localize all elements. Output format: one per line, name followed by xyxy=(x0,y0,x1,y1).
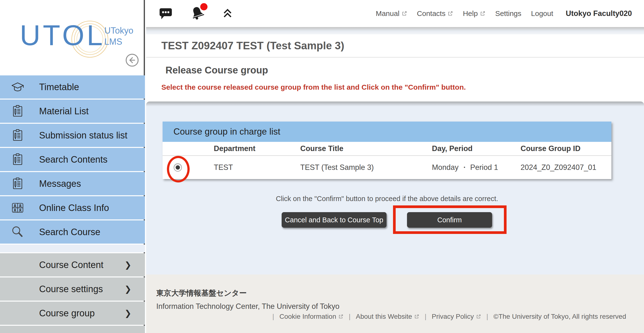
separator: | xyxy=(272,313,274,320)
nav-help[interactable]: Help xyxy=(463,10,486,18)
sidebar-item-course-group[interactable]: Course group ❯ xyxy=(0,301,145,325)
sidebar-item-label: Online Class Info xyxy=(39,203,109,213)
section-title: Release Course group xyxy=(166,65,268,76)
logged-in-user: Utokyo Faculty020 xyxy=(566,9,632,18)
separator: | xyxy=(425,313,426,320)
sidebar-item-label: Course group xyxy=(39,308,95,318)
external-link-icon xyxy=(414,314,419,319)
top-bar-icons xyxy=(158,5,233,22)
footer-copyright: ©The University of Tokyo, All rights res… xyxy=(494,313,626,320)
sidebar-section-divider xyxy=(0,244,145,252)
utol-logo-subtitle: UTokyo LMS xyxy=(104,25,133,47)
sidebar-item-course-content[interactable]: Course Content ❯ xyxy=(0,253,145,276)
footer-link-privacy-policy[interactable]: Privacy Policy xyxy=(432,313,481,320)
cell-day-period: Monday ・ Period 1 xyxy=(432,162,520,173)
external-link-icon xyxy=(480,11,486,17)
top-bar: Manual Contacts Help Settings Logout Uto… xyxy=(146,0,644,27)
sidebar-item-label: Submission status list xyxy=(39,130,127,141)
notification-bell-icon[interactable] xyxy=(189,5,206,22)
column-header: Course Group ID xyxy=(520,144,612,153)
nav-label: Manual xyxy=(376,10,399,18)
course-group-radio[interactable] xyxy=(174,163,182,172)
cancel-button[interactable]: Cancel and Back to Course Top xyxy=(282,212,386,228)
column-header: Day, Period xyxy=(432,144,520,153)
sidebar-item-material-list[interactable]: Material List xyxy=(0,100,145,123)
external-link-icon xyxy=(338,314,344,319)
nav-settings[interactable]: Settings xyxy=(495,10,521,18)
instruction-text: Select the course released course group … xyxy=(161,83,466,91)
nav-contacts[interactable]: Contacts xyxy=(417,10,453,18)
footer-org-english: Information Technology Center, The Unive… xyxy=(156,302,644,311)
logo-subtitle-line2: LMS xyxy=(104,36,133,47)
sidebar-item-label: Timetable xyxy=(39,82,79,92)
sidebar-collapse-button[interactable] xyxy=(125,53,139,67)
footer-link-cookie-information[interactable]: Cookie Information xyxy=(280,313,344,320)
footer-links: | Cookie Information | About this Websit… xyxy=(272,313,626,320)
clipboard-icon xyxy=(10,176,26,191)
cell-department: TEST xyxy=(193,163,300,172)
sidebar-item-submission-status-list[interactable]: Submission status list xyxy=(0,124,145,147)
radio-selected-dot xyxy=(176,165,180,170)
release-section: Release Course group Select the course r… xyxy=(146,58,644,102)
sidebar-menu: Timetable Material List xyxy=(0,75,145,333)
sidebar-item-label: Course settings xyxy=(39,284,103,294)
chevron-right-icon: ❯ xyxy=(125,260,132,270)
chat-icon[interactable] xyxy=(158,7,173,21)
column-header: Course Title xyxy=(300,144,432,153)
nav-manual[interactable]: Manual xyxy=(376,10,407,18)
sidebar-item-search-course[interactable]: Search Course xyxy=(0,220,145,244)
footer-link-label: Cookie Information xyxy=(280,313,336,320)
table-row: TEST TEST (Test Sample 3) Monday ・ Perio… xyxy=(162,156,612,179)
sidebar-item-course-settings[interactable]: Course settings ❯ xyxy=(0,277,145,301)
nav-label: Help xyxy=(463,10,478,18)
sidebar-item-label: Course Content xyxy=(39,260,104,270)
course-group-table: Course group in charge list Department C… xyxy=(162,122,612,179)
footer-org-japanese: 東京大学情報基盤センター xyxy=(156,288,644,298)
sidebar-item-partial xyxy=(0,326,145,333)
confirm-hint: Click on the "Confirm" button to proceed… xyxy=(162,195,612,203)
sidebar-item-search-contents[interactable]: Search Contents xyxy=(0,148,145,171)
sidebar-item-timetable[interactable]: Timetable xyxy=(0,75,145,99)
separator: | xyxy=(349,313,350,320)
main-area: Manual Contacts Help Settings Logout Uto… xyxy=(146,0,644,333)
table-title: Course group in charge list xyxy=(162,122,612,142)
collapse-double-chevron-up-icon[interactable] xyxy=(222,9,233,19)
chevron-right-icon: ❯ xyxy=(125,308,132,318)
sidebar-item-label: Search Course xyxy=(39,227,100,237)
nav-label: Contacts xyxy=(417,10,446,18)
sidebar-item-online-class-info[interactable]: Online Class Info xyxy=(0,196,145,219)
separator: | xyxy=(486,313,488,320)
utol-logo: UTOL xyxy=(20,19,105,52)
footer-link-about-this-website[interactable]: About this Website xyxy=(356,313,419,320)
sidebar-item-label: Messages xyxy=(39,179,81,189)
nav-label: Settings xyxy=(495,10,521,18)
footer-link-label: Privacy Policy xyxy=(432,313,474,320)
header-shadow xyxy=(146,27,644,34)
table-header-row: Department Course Title Day, Period Cour… xyxy=(162,142,612,156)
magnifier-icon xyxy=(10,224,26,239)
external-link-icon xyxy=(402,11,407,17)
nav-logout[interactable]: Logout xyxy=(531,10,553,18)
sidebar-item-messages[interactable]: Messages xyxy=(0,172,145,195)
footer: 東京大学情報基盤センター Information Technology Cent… xyxy=(146,274,644,333)
clipboard-icon xyxy=(10,128,26,143)
top-nav: Manual Contacts Help Settings Logout Uto… xyxy=(376,9,632,18)
cell-course-title: TEST (Test Sample 3) xyxy=(300,163,432,172)
page-title: TEST Z092407 TEST (Test Sample 3) xyxy=(161,40,344,52)
online-class-icon xyxy=(10,201,26,214)
column-header: Department xyxy=(193,144,300,153)
nav-label: Logout xyxy=(531,10,553,18)
sidebar-item-label: Search Contents xyxy=(39,154,108,165)
logo-subtitle-line1: UTokyo xyxy=(104,25,133,36)
confirm-button[interactable]: Confirm xyxy=(407,212,492,228)
notification-badge xyxy=(200,3,208,11)
logo-area: UTOL UTokyo LMS xyxy=(0,0,144,75)
chevron-right-icon: ❯ xyxy=(125,284,132,294)
graduation-cap-icon xyxy=(10,80,26,94)
clipboard-icon xyxy=(10,104,26,118)
sidebar: UTOL UTokyo LMS Timetable xyxy=(0,0,145,333)
course-title-section: TEST Z092407 TEST (Test Sample 3) xyxy=(146,34,644,58)
external-link-icon xyxy=(447,11,453,17)
clipboard-icon xyxy=(10,152,26,167)
external-link-icon xyxy=(476,314,481,319)
